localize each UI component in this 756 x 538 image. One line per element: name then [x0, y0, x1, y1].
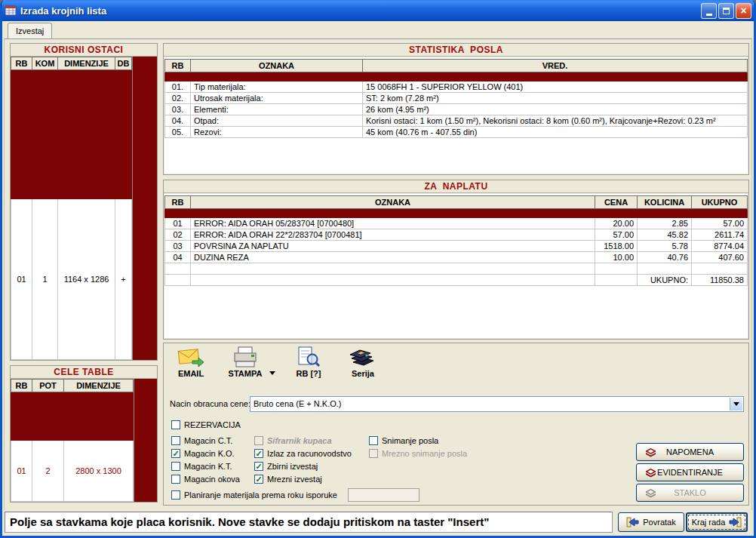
checkbox-mrezni-izvestaj[interactable]: ✓Mrezni izvestaj: [254, 474, 352, 484]
table-cell[interactable]: 01: [165, 218, 191, 229]
table-cell[interactable]: 04.: [165, 115, 191, 127]
povratak-button[interactable]: Povratak: [618, 512, 684, 532]
combobox-arrow-button[interactable]: [730, 398, 742, 410]
selected-empty-row[interactable]: [11, 392, 134, 441]
checkbox-planiranje-materijala[interactable]: Planiranje materijala prema roku isporuk…: [171, 490, 337, 500]
selected-empty-row[interactable]: [11, 70, 132, 199]
table-row[interactable]: 04.Otpad:Korisni ostaci: 1 kom (1.50 m²)…: [165, 115, 748, 127]
table-cell[interactable]: 01.: [165, 81, 191, 93]
checkbox-magacin-okova[interactable]: Magacin okova: [171, 474, 240, 484]
table-cell[interactable]: POVRSINA ZA NAPLATU: [191, 241, 595, 252]
table-row[interactable]: 02.Utrosak materijala:ST: 2 kom (7.28 m²…: [165, 93, 748, 104]
table-row[interactable]: 03POVRSINA ZA NAPLATU1518.005.788774.04: [165, 241, 748, 252]
table-cell[interactable]: [165, 72, 748, 81]
checkbox-box[interactable]: ✓: [254, 449, 263, 458]
checkbox-box[interactable]: [171, 420, 180, 429]
table-cell[interactable]: Rezovi:: [191, 127, 363, 138]
checkbox-sifrarnik-kupaca[interactable]: Sifrarnik kupaca: [254, 435, 352, 446]
rb-button[interactable]: RB [?]: [287, 346, 330, 378]
table-cell[interactable]: Elementi:: [191, 104, 363, 115]
table-cell[interactable]: 2.85: [638, 218, 692, 229]
napomena-button[interactable]: NAPOMENA: [636, 443, 744, 461]
table-row[interactable]: 05.Rezovi:45 kom (40.76 m - 407.55 din): [165, 127, 748, 138]
table-row[interactable]: 0111164 x 1286+: [11, 198, 132, 359]
email-button[interactable]: EMAIL: [170, 346, 212, 378]
checkbox-magacin-c-t-[interactable]: Magacin C.T.: [171, 435, 240, 446]
checkbox-zbirni-izvestaj[interactable]: ✓Zbirni izvestaj: [254, 461, 352, 472]
table-cell[interactable]: 26 kom (4.95 m²): [363, 104, 748, 115]
checkbox-box[interactable]: [171, 490, 180, 500]
checkbox-box[interactable]: [171, 475, 180, 484]
checkbox-box[interactable]: [369, 449, 378, 458]
tab-izvestaj[interactable]: Izvestaj: [8, 23, 52, 38]
serija-button[interactable]: Serija: [342, 346, 384, 378]
checkbox-mrezno-snimanje-posla[interactable]: Mrezno snimanje posla: [369, 448, 467, 459]
table-cell[interactable]: Tip materijala:: [191, 81, 363, 93]
close-button[interactable]: ×: [736, 3, 751, 19]
table-cell[interactable]: 04: [165, 252, 191, 263]
planiranje-input[interactable]: [348, 488, 419, 502]
table-row[interactable]: 02ERROR: AIDA ORAH 22*2/283704 [0700481]…: [165, 229, 748, 241]
table-cell[interactable]: 2800 x 1300: [64, 441, 134, 502]
table-cell[interactable]: 20.00: [595, 218, 638, 229]
table-cell[interactable]: 01: [11, 198, 32, 359]
table-cell[interactable]: Utrosak materijala:: [191, 93, 363, 104]
table-cell[interactable]: Otpad:: [191, 115, 363, 127]
selected-empty-row[interactable]: [165, 72, 748, 81]
table-cell[interactable]: 5.78: [638, 241, 692, 252]
checkbox-box[interactable]: [369, 436, 378, 445]
stampa-button[interactable]: STAMPA: [224, 346, 266, 378]
table-cell[interactable]: 2611.74: [692, 229, 748, 241]
table-cell[interactable]: 57.00: [692, 218, 748, 229]
table-cell[interactable]: 1: [32, 198, 58, 359]
checkbox-box[interactable]: ✓: [171, 449, 180, 458]
pricing-combobox[interactable]: Bruto cena (E + N.K.O.): [250, 396, 744, 412]
checkbox-snimanje-posla[interactable]: Snimanje posla: [369, 435, 467, 446]
table-cell[interactable]: 2: [32, 441, 64, 502]
table-cell[interactable]: 03: [165, 241, 191, 252]
checkbox-box[interactable]: [171, 462, 180, 471]
table-cell[interactable]: +: [115, 198, 132, 359]
table-cell[interactable]: 05.: [165, 127, 191, 138]
table-cell[interactable]: 40.76: [638, 252, 692, 263]
table-row[interactable]: 03.Elementi:26 kom (4.95 m²): [165, 104, 748, 115]
checkbox-box[interactable]: [171, 436, 180, 445]
checkbox-box[interactable]: ✓: [254, 475, 263, 484]
checkbox-magacin-k-t-[interactable]: Magacin K.T.: [171, 461, 240, 472]
table-row[interactable]: 04DUZINA REZA10.0040.76407.60: [165, 252, 748, 263]
checkbox-box[interactable]: [254, 436, 263, 445]
maximize-button[interactable]: [718, 3, 734, 19]
evidentiranje-button[interactable]: EVIDENTIRANJE: [636, 463, 744, 481]
table-cell[interactable]: 15 0068FH 1 - SUPERIOR YELLOW (401): [363, 81, 748, 93]
table-cell[interactable]: 02: [165, 229, 191, 241]
table-cell[interactable]: 45.82: [638, 229, 692, 241]
kraj-rada-button[interactable]: Kraj rada: [686, 512, 748, 532]
table-cell[interactable]: 03.: [165, 104, 191, 115]
table-row[interactable]: 0122800 x 1300: [11, 441, 134, 502]
checkbox-box[interactable]: ✓: [254, 462, 263, 471]
table-cell[interactable]: [11, 70, 132, 199]
table-cell[interactable]: 10.00: [595, 252, 638, 263]
table-cell[interactable]: 8774.04: [692, 241, 748, 252]
staklo-button[interactable]: STAKLO: [636, 484, 744, 502]
table-cell[interactable]: 02.: [165, 93, 191, 104]
table-cell[interactable]: 407.60: [692, 252, 748, 263]
table-cell[interactable]: 01: [11, 441, 32, 502]
selected-empty-row[interactable]: [165, 209, 748, 218]
table-cell[interactable]: 45 kom (40.76 m - 407.55 din): [363, 127, 748, 138]
table-cell[interactable]: DUZINA REZA: [191, 252, 595, 263]
table-cell[interactable]: [11, 392, 134, 441]
table-row[interactable]: 01ERROR: AIDA ORAH 05/283704 [0700480]20…: [165, 218, 748, 229]
table-cell[interactable]: ST: 2 kom (7.28 m²): [363, 93, 748, 104]
checkbox-rezervacija[interactable]: REZERVACIJA: [171, 420, 241, 430]
table-row[interactable]: 01.Tip materijala:15 0068FH 1 - SUPERIOR…: [165, 81, 748, 93]
table-cell[interactable]: 1164 x 1286: [58, 198, 115, 359]
table-cell[interactable]: [165, 209, 748, 218]
minimize-button[interactable]: [701, 3, 717, 19]
table-cell[interactable]: 57.00: [595, 229, 638, 241]
table-cell[interactable]: 1518.00: [595, 241, 638, 252]
checkbox-magacin-k-o-[interactable]: ✓Magacin K.O.: [171, 448, 240, 459]
table-cell[interactable]: Korisni ostaci: 1 kom (1.50 m²), Nekoris…: [363, 115, 748, 127]
table-cell[interactable]: ERROR: AIDA ORAH 22*2/283704 [0700481]: [191, 229, 595, 241]
table-cell[interactable]: ERROR: AIDA ORAH 05/283704 [0700480]: [191, 218, 595, 229]
